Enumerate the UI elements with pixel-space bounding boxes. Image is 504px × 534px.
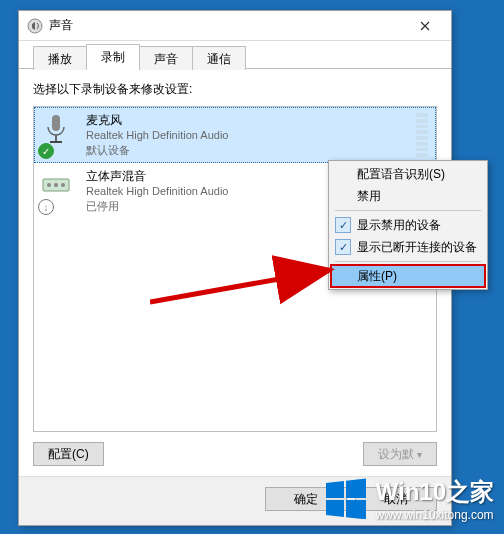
sound-icon [27, 18, 43, 34]
menu-separator [335, 261, 481, 262]
bottom-button-row: 配置(C) 设为默 [33, 432, 437, 466]
set-default-button[interactable]: 设为默 [363, 442, 437, 466]
svg-rect-1 [52, 115, 60, 131]
close-icon [420, 21, 430, 31]
device-item-microphone[interactable]: ✓ 麦克风 Realtek High Definition Audio 默认设备 [34, 107, 436, 163]
configure-button[interactable]: 配置(C) [33, 442, 104, 466]
device-name: 麦克风 [86, 113, 416, 128]
menu-disable[interactable]: 禁用 [331, 185, 485, 207]
menu-item-label: 显示禁用的设备 [357, 217, 441, 234]
close-button[interactable] [405, 12, 445, 40]
tab-strip: 播放 录制 声音 通信 [19, 41, 451, 69]
svg-rect-2 [55, 135, 57, 141]
watermark-title: Win10之家 [376, 476, 494, 508]
watermark: Win10之家 www.win10xitong.com [324, 475, 494, 522]
check-icon: ✓ [335, 239, 351, 255]
menu-show-disconnected[interactable]: ✓ 显示已断开连接的设备 [331, 236, 485, 258]
menu-separator [335, 210, 481, 211]
svg-point-5 [47, 183, 51, 187]
tab-playback[interactable]: 播放 [33, 46, 87, 70]
level-meter [416, 113, 428, 157]
device-icon-wrap: ✓ [40, 113, 80, 157]
device-driver: Realtek High Definition Audio [86, 128, 416, 143]
menu-properties[interactable]: 属性(P) [331, 265, 485, 287]
windows-logo-icon [324, 475, 368, 522]
tab-comm[interactable]: 通信 [192, 46, 246, 70]
device-icon-wrap: ↓ [40, 169, 80, 213]
status-badge-disabled-icon: ↓ [38, 199, 54, 215]
check-icon: ✓ [335, 217, 351, 233]
svg-point-6 [54, 183, 58, 187]
svg-rect-3 [50, 141, 62, 143]
status-badge-default-icon: ✓ [38, 143, 54, 159]
tab-record[interactable]: 录制 [86, 44, 140, 69]
watermark-url: www.win10xitong.com [376, 508, 494, 522]
tab-sounds[interactable]: 声音 [139, 46, 193, 70]
soundcard-icon [40, 169, 72, 201]
menu-configure-speech[interactable]: 配置语音识别(S) [331, 163, 485, 185]
titlebar: 声音 [19, 11, 451, 41]
device-status: 默认设备 [86, 143, 416, 158]
microphone-icon [40, 113, 72, 145]
menu-show-disabled[interactable]: ✓ 显示禁用的设备 [331, 214, 485, 236]
svg-point-7 [61, 183, 65, 187]
instruction-text: 选择以下录制设备来修改设置: [33, 81, 437, 98]
watermark-text: Win10之家 www.win10xitong.com [376, 476, 494, 522]
context-menu: 配置语音识别(S) 禁用 ✓ 显示禁用的设备 ✓ 显示已断开连接的设备 属性(P… [328, 160, 488, 290]
dialog-title: 声音 [49, 17, 405, 34]
menu-item-label: 显示已断开连接的设备 [357, 239, 477, 256]
device-text: 麦克风 Realtek High Definition Audio 默认设备 [86, 113, 416, 158]
